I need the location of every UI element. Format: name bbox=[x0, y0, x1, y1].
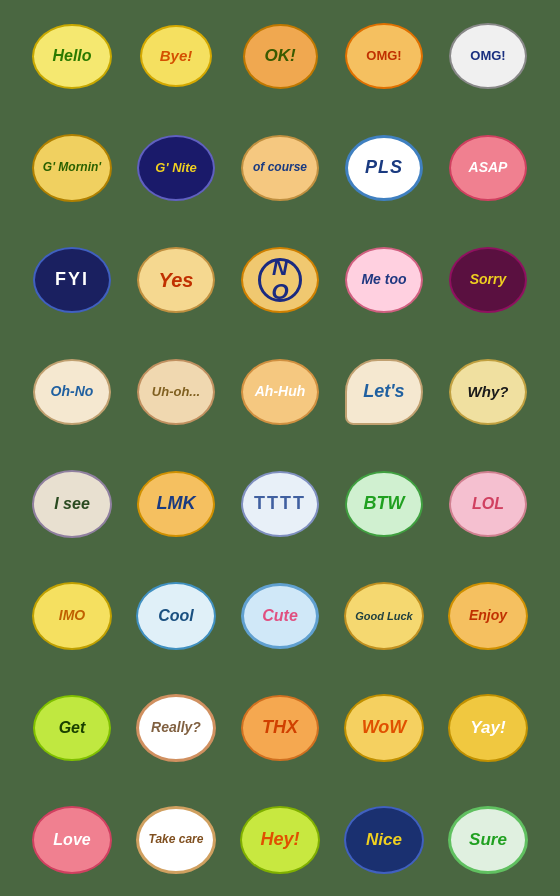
sticker-ofcourse[interactable]: of course bbox=[230, 114, 330, 222]
sticker-tttt[interactable]: TTTT bbox=[230, 450, 330, 558]
sticker-really[interactable]: Really? bbox=[126, 674, 226, 782]
sticker-grid: Hello Bye! OK! OMG! OMG! G' Mornin' G' N… bbox=[14, 0, 546, 896]
sticker-yes[interactable]: Yes bbox=[126, 226, 226, 334]
sticker-pls[interactable]: PLS bbox=[334, 114, 434, 222]
sticker-enjoy[interactable]: Enjoy bbox=[438, 562, 538, 670]
sticker-why[interactable]: Why? bbox=[438, 338, 538, 446]
sticker-wow[interactable]: WoW bbox=[334, 674, 434, 782]
sticker-nice[interactable]: Nice bbox=[334, 786, 434, 894]
sticker-takecare[interactable]: Take care bbox=[126, 786, 226, 894]
sticker-isee[interactable]: I see bbox=[22, 450, 122, 558]
sticker-sure[interactable]: Sure bbox=[438, 786, 538, 894]
sticker-omg2[interactable]: OMG! bbox=[438, 2, 538, 110]
sticker-fyi[interactable]: FYI bbox=[22, 226, 122, 334]
sticker-metoo[interactable]: Me too bbox=[334, 226, 434, 334]
sticker-bye[interactable]: Bye! bbox=[126, 2, 226, 110]
sticker-lmk[interactable]: LMK bbox=[126, 450, 226, 558]
sticker-ahhuh[interactable]: Ah-Huh bbox=[230, 338, 330, 446]
sticker-btw[interactable]: BTW bbox=[334, 450, 434, 558]
sticker-cute[interactable]: Cute bbox=[230, 562, 330, 670]
sticker-cool[interactable]: Cool bbox=[126, 562, 226, 670]
sticker-hey[interactable]: Hey! bbox=[230, 786, 330, 894]
sticker-asap[interactable]: ASAP bbox=[438, 114, 538, 222]
sticker-hello[interactable]: Hello bbox=[22, 2, 122, 110]
sticker-lets[interactable]: Let's bbox=[334, 338, 434, 446]
sticker-love[interactable]: Love bbox=[22, 786, 122, 894]
sticker-ok[interactable]: OK! bbox=[230, 2, 330, 110]
sticker-yay[interactable]: Yay! bbox=[438, 674, 538, 782]
sticker-goodluck[interactable]: Good Luck bbox=[334, 562, 434, 670]
sticker-sorry[interactable]: Sorry bbox=[438, 226, 538, 334]
sticker-no[interactable]: NO bbox=[230, 226, 330, 334]
sticker-ohno[interactable]: Oh-No bbox=[22, 338, 122, 446]
sticker-get[interactable]: Get bbox=[22, 674, 122, 782]
sticker-gmorning[interactable]: G' Mornin' bbox=[22, 114, 122, 222]
sticker-lol[interactable]: LOL bbox=[438, 450, 538, 558]
sticker-imo[interactable]: IMO bbox=[22, 562, 122, 670]
sticker-uhoh[interactable]: Uh-oh... bbox=[126, 338, 226, 446]
sticker-omg1[interactable]: OMG! bbox=[334, 2, 434, 110]
sticker-gnite[interactable]: G' Nite bbox=[126, 114, 226, 222]
sticker-thx[interactable]: THX bbox=[230, 674, 330, 782]
